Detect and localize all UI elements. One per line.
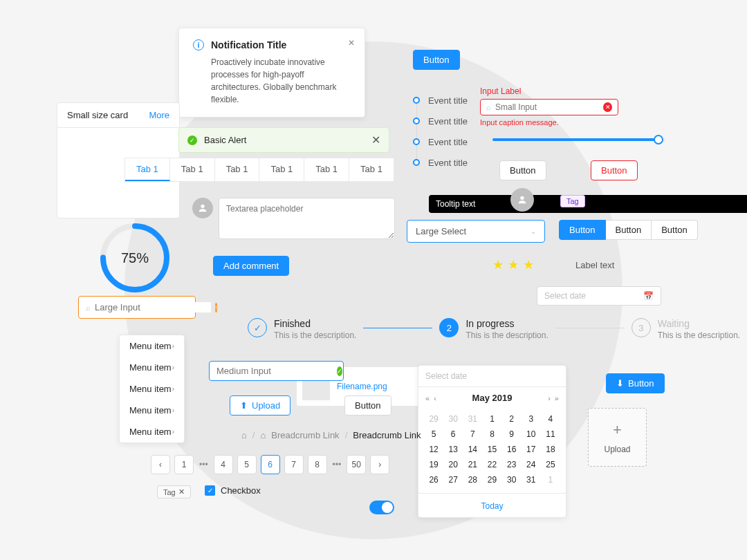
close-icon[interactable]: ✕ xyxy=(178,487,185,496)
small-input-field[interactable] xyxy=(495,102,599,112)
button[interactable]: Button xyxy=(344,395,391,416)
menu-item[interactable]: Menu item› xyxy=(120,357,184,378)
cal-day[interactable]: 31 xyxy=(463,411,482,427)
textarea[interactable] xyxy=(219,198,395,239)
star-icon[interactable]: ★ xyxy=(508,257,519,272)
tab[interactable]: Tab 1 xyxy=(349,158,394,181)
menu-item[interactable]: Menu item› xyxy=(120,421,184,442)
cal-day[interactable]: 8 xyxy=(482,427,501,442)
cal-day[interactable]: 6 xyxy=(443,427,463,442)
cal-day[interactable]: 4 xyxy=(541,411,560,427)
star-icon[interactable]: ★ xyxy=(553,257,564,272)
add-comment-button[interactable]: Add comment xyxy=(213,256,289,276)
toggle-switch[interactable] xyxy=(369,501,394,514)
close-icon[interactable]: ✕ xyxy=(371,133,380,147)
cal-day[interactable]: 23 xyxy=(502,457,522,472)
cal-day[interactable]: 24 xyxy=(522,457,541,472)
icon-button[interactable]: ⬇ Button xyxy=(606,373,665,393)
page-number[interactable]: 4 xyxy=(214,455,233,474)
star-icon[interactable]: ★ xyxy=(523,257,534,272)
checkbox-box[interactable]: ✓ xyxy=(205,485,215,496)
small-input[interactable]: ⌕ ✕ xyxy=(480,99,618,115)
cal-day[interactable]: 16 xyxy=(502,442,522,457)
page-number[interactable]: 7 xyxy=(284,455,304,474)
cal-day[interactable]: 15 xyxy=(482,442,501,457)
cal-day[interactable]: 9 xyxy=(502,427,522,442)
page-number[interactable]: 5 xyxy=(237,455,257,474)
next-month-icon[interactable]: › xyxy=(548,394,551,402)
tab[interactable]: Tab 1 xyxy=(125,158,170,181)
checkbox[interactable]: ✓ Checkbox xyxy=(205,485,261,496)
cal-day[interactable]: 27 xyxy=(443,472,463,487)
tab[interactable]: Tab 1 xyxy=(259,158,304,181)
slider-handle[interactable] xyxy=(654,135,663,144)
upload-dropzone[interactable]: + Upload xyxy=(588,408,647,467)
card-more-link[interactable]: More xyxy=(149,110,169,120)
menu-item[interactable]: Menu item› xyxy=(120,378,184,400)
menu-item[interactable]: Menu item› xyxy=(120,335,184,357)
cal-day[interactable]: 30 xyxy=(443,411,463,427)
cal-day[interactable]: 17 xyxy=(522,442,541,457)
cal-day[interactable]: 2 xyxy=(502,411,522,427)
calendar-today-link[interactable]: Today xyxy=(481,501,503,511)
cal-day[interactable]: 14 xyxy=(463,442,482,457)
cal-day[interactable]: 19 xyxy=(424,457,443,472)
prev-year-icon[interactable]: « xyxy=(425,394,430,402)
cal-day[interactable]: 25 xyxy=(541,457,560,472)
page-prev[interactable]: ‹ xyxy=(151,455,170,474)
cal-day[interactable]: 12 xyxy=(424,442,443,457)
tab[interactable]: Tab 1 xyxy=(215,158,260,181)
page-ellipsis[interactable]: ••• xyxy=(198,460,210,469)
medium-input[interactable]: ✓ xyxy=(209,361,344,381)
tab[interactable]: Tab 1 xyxy=(304,158,349,181)
page-next[interactable]: › xyxy=(370,455,389,474)
large-input-field[interactable] xyxy=(95,302,211,312)
btn-group-item[interactable]: Button xyxy=(559,220,606,240)
star-icon[interactable]: ★ xyxy=(492,257,504,272)
cal-day[interactable]: 1 xyxy=(482,411,501,427)
slider[interactable] xyxy=(492,138,665,141)
page-ellipsis[interactable]: ••• xyxy=(331,460,343,469)
home-icon[interactable]: ⌂ xyxy=(241,430,247,440)
cal-day[interactable]: 29 xyxy=(482,472,501,487)
tab[interactable]: Tab 1 xyxy=(170,158,215,181)
medium-input-field[interactable] xyxy=(216,366,333,376)
cal-day[interactable]: 10 xyxy=(522,427,541,442)
cal-day[interactable]: 26 xyxy=(424,472,443,487)
cal-day[interactable]: 30 xyxy=(502,472,522,487)
close-icon[interactable]: ✕ xyxy=(348,38,355,48)
large-input[interactable]: ⌕ ! xyxy=(78,296,196,319)
primary-button[interactable]: Button xyxy=(413,50,460,70)
large-select[interactable]: Large Select ⌄ xyxy=(407,220,545,243)
prev-month-icon[interactable]: ‹ xyxy=(434,394,436,402)
page-number[interactable]: 50 xyxy=(347,455,366,474)
calendar-title[interactable]: May 2019 xyxy=(472,393,513,403)
page-number[interactable]: 8 xyxy=(308,455,327,474)
btn-group-item[interactable]: Button xyxy=(652,220,698,240)
cal-day[interactable]: 21 xyxy=(463,457,482,472)
upload-button[interactable]: ⬆ Upload xyxy=(230,395,290,416)
danger-button[interactable]: Button xyxy=(591,160,638,180)
cal-day[interactable]: 31 xyxy=(522,472,541,487)
cal-day[interactable]: 3 xyxy=(522,411,541,427)
cal-day[interactable]: 20 xyxy=(443,457,463,472)
cal-day[interactable]: 28 xyxy=(463,472,482,487)
star-icon[interactable]: ★ xyxy=(538,257,549,272)
menu-item[interactable]: Menu item› xyxy=(120,400,184,421)
page-number[interactable]: 6 xyxy=(261,455,280,474)
cal-day[interactable]: 29 xyxy=(424,411,443,427)
cal-day[interactable]: 22 xyxy=(482,457,501,472)
next-year-icon[interactable]: » xyxy=(555,394,559,402)
btn-group-item[interactable]: Button xyxy=(606,220,652,240)
cal-day[interactable]: 7 xyxy=(463,427,482,442)
rating[interactable]: ★ ★ ★ ★ ★ Label text xyxy=(492,257,614,272)
default-button[interactable]: Button xyxy=(499,160,546,180)
cal-day[interactable]: 13 xyxy=(443,442,463,457)
cal-day[interactable]: 5 xyxy=(424,427,443,442)
cal-day[interactable]: 11 xyxy=(541,427,560,442)
calendar-input[interactable]: Select date xyxy=(418,366,566,387)
page-number[interactable]: 1 xyxy=(174,455,194,474)
cal-day[interactable]: 18 xyxy=(541,442,560,457)
tag-purple[interactable]: Tag xyxy=(560,195,585,207)
date-picker[interactable]: Select date 📅 xyxy=(537,286,661,306)
